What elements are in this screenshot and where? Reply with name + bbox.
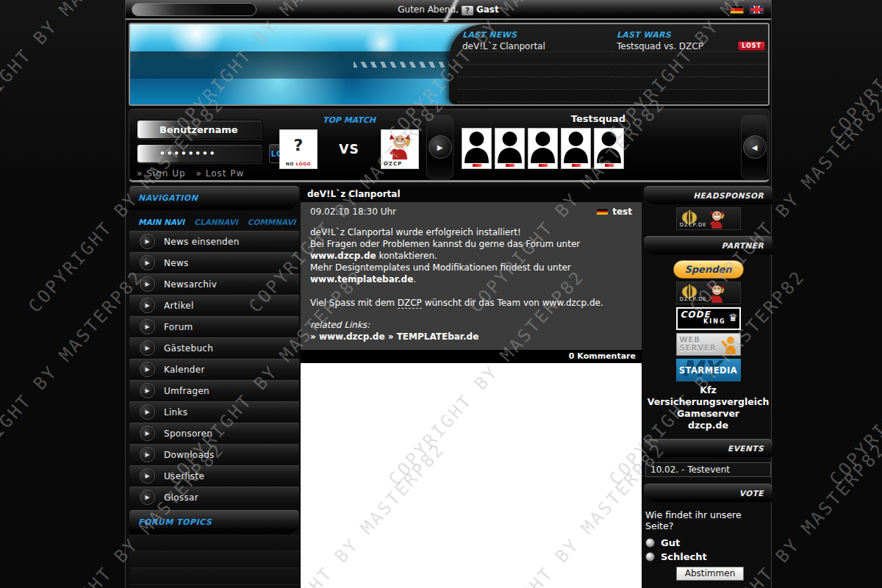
radio-icon[interactable] [645, 538, 655, 548]
login-links: » Sign Up» Lost Pw [137, 168, 298, 179]
tab-commnavi[interactable]: COMMNAVI [248, 218, 296, 226]
nav-item-label: Artikel [164, 301, 194, 311]
last-wars-item[interactable]: Testsquad vs. DZCP LOST [612, 40, 768, 52]
squad-player-tile[interactable] [528, 128, 558, 169]
last-wars-match[interactable]: Testsquad vs. DZCP [617, 41, 738, 51]
guest-username[interactable]: Gast [476, 4, 499, 15]
arrow-circle-icon: ▶ [140, 319, 155, 334]
radio-icon[interactable] [645, 552, 655, 562]
nav-item-newsarchiv[interactable]: ▶Newsarchiv [129, 273, 299, 294]
vote-option-label: Gut [661, 537, 680, 548]
last-news-item-title[interactable]: deV!L`z Clanportal [462, 41, 611, 51]
arrow-circle-icon: ▶ [140, 383, 155, 398]
player-silhouette [529, 129, 556, 163]
nav-item-label: Glossar [164, 492, 198, 503]
news-post-title[interactable]: deV!L`z Clanportal [301, 186, 642, 202]
news-post-meta: 09.02.10 18:30 Uhr test [310, 206, 632, 218]
vote-option-gut[interactable]: Gut [645, 537, 771, 548]
event-item[interactable]: 10.02. - Testevent [645, 462, 771, 477]
codeking-bottom-label: KING [681, 319, 726, 325]
dzcp-banner-label: DZCP.DE [680, 296, 707, 302]
carousel-prev-button[interactable]: ▶ [426, 115, 453, 179]
last-wars-column: LAST WARS Testsquad vs. DZCP LOST [612, 30, 768, 102]
nav-item-g-stebuch[interactable]: ▶Gästebuch [129, 337, 299, 358]
partner-dzcp-banner[interactable]: DZCP.DE [676, 282, 741, 304]
partner-link-kfz[interactable]: Kfz Versicherungsvergleich [644, 384, 772, 408]
nav-item-artikel[interactable]: ▶Artikel [129, 295, 299, 315]
last-news-empty-row [458, 77, 614, 90]
arrow-circle-icon: ▶ [140, 298, 155, 313]
last-news-column: LAST NEWS deV!L`z Clanportal [458, 30, 614, 102]
partner-codeking-banner[interactable]: CODE KING ♛ [676, 307, 741, 330]
help-icon[interactable]: ? [462, 6, 473, 15]
squad-player-tile[interactable] [594, 128, 624, 169]
nav-item-links[interactable]: ▶Links [129, 401, 299, 422]
carousel-next-button[interactable]: ◀ [741, 115, 768, 179]
nav-item-userliste[interactable]: ▶Userliste [129, 465, 299, 486]
vote-option-schlecht[interactable]: Schlecht [645, 551, 771, 562]
news-post-author[interactable]: test [596, 206, 632, 218]
nav-item-kalender[interactable]: ▶Kalender [129, 359, 299, 379]
no-logo-question-mark: ? [280, 136, 317, 154]
team2-logo-box[interactable]: DZCP [381, 129, 419, 169]
squad-player-tile[interactable] [462, 128, 492, 169]
lostpw-link[interactable]: » Lost Pw [196, 168, 245, 179]
devil-slot [706, 207, 728, 231]
squad-player-tile[interactable] [495, 128, 525, 169]
match-bar: Benutzername •••••••• LOGIN » Sign Up» L… [129, 109, 770, 182]
arrow-circle-icon: ▶ [140, 255, 155, 270]
devil-mascot-icon [706, 282, 728, 303]
back-icon: ◀ [743, 135, 767, 159]
nav-item-umfragen[interactable]: ▶Umfragen [129, 380, 299, 401]
username-input[interactable]: Benutzername [137, 120, 263, 139]
player-silhouette [562, 129, 589, 163]
partner-link-dzcp[interactable]: dzcp.de [644, 420, 772, 431]
author-name[interactable]: test [612, 206, 632, 218]
partner-link-gameserver[interactable]: Gameserver [644, 408, 772, 420]
nav-item-label: Userliste [164, 471, 204, 481]
comments-count-link[interactable]: 0 Kommentare [569, 351, 636, 361]
news-line2-end: kontaktieren. [376, 251, 437, 261]
vote-submit-button[interactable]: Abstimmen [676, 567, 744, 581]
last-wars-empty-row [612, 52, 768, 65]
german-flag-icon[interactable] [730, 5, 744, 14]
navigation-title: NAVIGATION [138, 193, 198, 203]
donate-button[interactable]: Spenden [673, 260, 744, 279]
arrow-circle-icon: ▶ [140, 362, 155, 377]
player-silhouette [595, 129, 623, 163]
squad-player-tile[interactable] [561, 128, 591, 169]
site-wrapper: Guten Abend,?Gast LAST NEWS deV!L`z Clan… [125, 0, 772, 588]
templatebar-link[interactable]: www.templatebar.de [310, 274, 413, 284]
dzcp-acronym: DZCP [398, 298, 422, 309]
signup-link[interactable]: » Sign Up [137, 168, 186, 179]
vote-header: VOTE [644, 484, 772, 502]
nav-item-news[interactable]: ▶News [129, 252, 299, 273]
nav-item-glossar[interactable]: ▶Glossar [129, 487, 299, 507]
starmedia-front-label: STARMEDIA [676, 365, 741, 376]
nav-item-forum[interactable]: ▶Forum [129, 316, 299, 337]
nav-item-downloads[interactable]: ▶Downloads [129, 444, 299, 465]
devil-slot [706, 282, 728, 305]
tab-main-navi[interactable]: MAIN NAVI [138, 218, 184, 226]
headsponsor-dzcp-banner[interactable]: DZCP.DE [676, 207, 741, 230]
greeting-text: Guten Abend,?Gast [126, 4, 771, 15]
dzcp-link[interactable]: www.dzcp.de [310, 251, 376, 261]
partner-starmedia-banner[interactable]: MY STARMEDIA [676, 359, 741, 381]
forum-topics-empty-row [129, 534, 299, 551]
tab-clannavi[interactable]: CLANNAVI [194, 218, 238, 226]
no-logo-caption-logo: LOGO [295, 161, 311, 166]
navigation-tabs: MAIN NAVI CLANNAVI COMMNAVI MEDIANAVI [129, 210, 299, 231]
related-links[interactable]: » www.dzcp.de » TEMPLATEbar.de [310, 331, 632, 343]
nav-item-sponsoren[interactable]: ▶Sponsoren [129, 423, 299, 443]
last-news-item[interactable]: deV!L`z Clanportal [458, 40, 614, 52]
team1-logo-box[interactable]: ? NO LOGO [279, 129, 318, 169]
password-input[interactable]: •••••••• [137, 144, 263, 163]
arrow-circle-icon: ▶ [140, 340, 155, 356]
partner-webserver-banner[interactable]: WEB SERVER [676, 333, 741, 356]
english-flag-icon[interactable] [750, 5, 764, 14]
nav-item-news-einsenden[interactable]: ▶News einsenden [129, 231, 299, 251]
copyright-watermark: COPYRIGHT BY MASTERP82 [825, 0, 882, 144]
arrow-circle-icon: ▶ [140, 404, 155, 420]
nav-item-label: News einsenden [164, 237, 240, 247]
main-content: deV!L`z Clanportal 09.02.10 18:30 Uhr te… [301, 186, 642, 588]
